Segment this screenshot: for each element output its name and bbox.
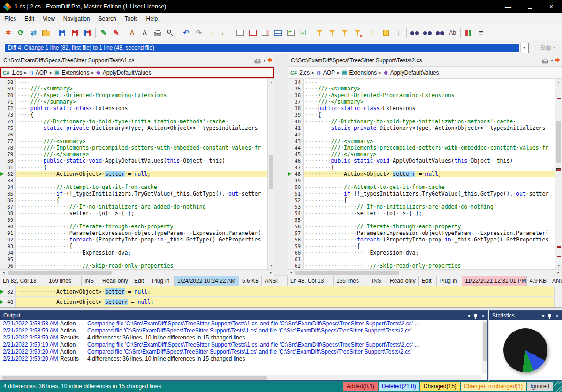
left-scrollbar-thumb[interactable] [269,155,273,189]
output-scrollbar-thumb[interactable] [483,322,487,361]
breadcrumb-item[interactable]: AOP [36,69,47,76]
pane-splitter[interactable] [274,54,288,276]
output-log-row[interactable]: 2/21/2022 9:59:20 AMActionCompared file … [1,348,481,355]
right-vertical-scrollbar[interactable]: ▲ ▼ [555,79,562,269]
code-line-43[interactable]: 43········///·<summary> [288,138,555,144]
legend-dropdown-button[interactable] [462,26,475,39]
code-line-78[interactable]: 78········///·Implements·precompiled·set… [0,144,267,151]
code-line-48[interactable]: 48············Action<Object>·setterr·=·n… [288,171,555,177]
code-line-39[interactable]: 39····{ [288,112,555,118]
scroll-up-icon[interactable]: ▲ [555,79,562,86]
code-line-34[interactable]: 34···· [288,79,555,85]
show-first-pane-button[interactable] [234,26,246,39]
code-line-71[interactable]: 71····///·</summary> [0,98,267,105]
code-line-92[interactable]: 92················foreach·(PropertyInfo·… [0,236,267,243]
save-first-button[interactable] [56,26,68,39]
refresh-swap-button[interactable]: ⇄ [27,26,40,39]
open-files-button[interactable] [40,26,53,39]
code-line-45[interactable]: 45········///·</summary> [288,151,555,158]
show-differences-filter-button[interactable] [326,26,338,39]
code-line-36[interactable]: 36····///·Aspect·Oriented·Programming·Ex… [288,92,555,98]
code-line-50[interactable]: 50············//·Attempt·to·get·it·from·… [288,184,555,190]
code-line-93[interactable]: 93················{ [0,243,267,249]
split-view-button[interactable] [259,26,272,39]
code-line-41[interactable]: 41········static·private·Dictionary<Type… [288,125,555,131]
code-line-82[interactable]: 82············Action<Object>·setter·=·nu… [0,171,267,177]
code-line-70[interactable]: 70····///·Aspect·Oriented·Programming·Ex… [0,92,267,98]
diff-map-mark[interactable] [557,246,561,248]
pane-options-icon[interactable]: ✱ [267,57,273,64]
legend-badge-deleted-21-8-[interactable]: Deleted(21,8) [379,382,419,391]
diff-selector-combobox[interactable]: Diff 4: Change 1 line (82, first file) t… [4,43,529,53]
code-line-59[interactable]: 59················{ [288,243,555,249]
code-line-46[interactable]: 46········public·static·void·ApplyDefaul… [288,158,555,164]
pane-print-dropdown-icon[interactable]: ▾ [263,58,266,63]
statistics-close-icon[interactable]: × [556,313,559,318]
resize-grip[interactable] [554,381,562,392]
code-line-83[interactable]: 83 [0,177,267,184]
code-line-73[interactable]: 73····{ [0,112,267,118]
code-line-76[interactable]: 76 [0,131,267,138]
find-next-button[interactable] [421,26,433,39]
left-vertical-scrollbar[interactable]: ▲ ▼ [267,79,274,269]
statistics-pin-icon[interactable] [548,314,551,317]
code-line-54[interactable]: 54················setter·=·(o)·=>·{·}; [288,210,555,217]
code-line-88[interactable]: 88················setter·=·(o)·=>·{·}; [0,210,267,217]
font-increase-button[interactable]: A [126,26,138,39]
code-line-57[interactable]: 57················ParameterExpression·ob… [288,230,555,236]
scroll-right-icon[interactable]: ► [555,270,562,276]
save-both-button[interactable] [81,26,94,39]
code-line-61[interactable]: 61 [288,256,555,263]
breadcrumb-item[interactable]: 1.cs [12,69,22,76]
show-matches-filter-button[interactable] [338,26,351,39]
left-hscrollbar-thumb[interactable] [8,271,112,275]
code-line-90[interactable]: 90················//·Iterate·through·eac… [0,223,267,230]
legend-badge-added-0-1-[interactable]: Added(0,1) [343,382,378,391]
code-line-94[interactable]: 94····················Expression·dva; [0,249,267,256]
code-line-75[interactable]: 75········static·private·Dictionary<Type… [0,125,267,131]
code-line-49[interactable]: 49 [288,177,555,184]
pane-options-icon[interactable]: ✱ [555,57,560,64]
code-line-40[interactable]: 40········//·Dictionary·to·hold·type·ini… [288,118,555,125]
skip-button[interactable]: Skip ▾ [538,45,558,51]
sync-scroll-button[interactable] [284,26,297,39]
legend-badge-changed-in-changed-1-[interactable]: Changed in changed(1) [461,382,526,391]
pane-print-icon[interactable] [255,60,261,63]
output-pin-icon[interactable] [474,314,477,317]
code-line-77[interactable]: 77········///·<summary> [0,138,267,144]
copy-to-left-button[interactable]: ← [218,26,230,39]
diff-map-mark[interactable] [557,98,561,99]
diff-map-mark[interactable] [557,256,561,257]
output-log-row[interactable]: 2/21/2022 9:58:58 AMActionComparing file… [1,320,481,327]
code-line-38[interactable]: 38····public·static·class·Extensions [288,105,555,112]
code-line-52[interactable]: 52············{ [288,197,555,204]
code-line-86[interactable]: 86············{ [0,197,267,204]
statistics-menu-icon[interactable]: ▾ [542,313,545,318]
table-view-button[interactable] [272,26,284,39]
breadcrumb-item[interactable]: AOP [323,69,335,76]
code-line-56[interactable]: 56················//·Iterate·through·eac… [288,223,555,230]
breadcrumb-item[interactable]: Extensions [61,69,89,76]
code-line-62[interactable]: 62····················//·Skip·read·only·… [288,263,555,269]
current-difference-button[interactable] [380,26,392,39]
right-hscrollbar-thumb[interactable] [295,271,399,275]
code-line-85[interactable]: 85············if·(!_typesInitializers.Tr… [0,190,267,197]
code-line-55[interactable]: 55 [288,217,555,223]
menu-help[interactable]: Help [142,13,162,24]
left-horizontal-scrollbar[interactable]: ◄ ► [0,269,274,276]
options-check-button[interactable]: ☑ [297,26,310,39]
minimize-button[interactable]: — [497,0,519,13]
code-line-96[interactable]: 96····················//·Skip·read·only·… [0,263,267,269]
combo-dropdown-icon[interactable]: ▾ [520,43,528,53]
code-line-91[interactable]: 91················ParameterExpression·ob… [0,230,267,236]
menu-edit[interactable]: Edit [20,13,38,24]
code-line-68[interactable]: 68···· [0,79,267,85]
code-line-42[interactable]: 42 [288,131,555,138]
scroll-down-icon[interactable]: ▼ [555,262,562,269]
first-difference-button[interactable]: ↑ [367,26,380,39]
code-line-69[interactable]: 69····///·<summary> [0,85,267,92]
find-button[interactable] [408,26,421,39]
menu-view[interactable]: View [38,13,59,24]
output-log-row[interactable]: 2/21/2022 9:58:59 AMResults4 differences… [1,334,481,341]
scroll-up-icon[interactable]: ▲ [268,79,274,86]
